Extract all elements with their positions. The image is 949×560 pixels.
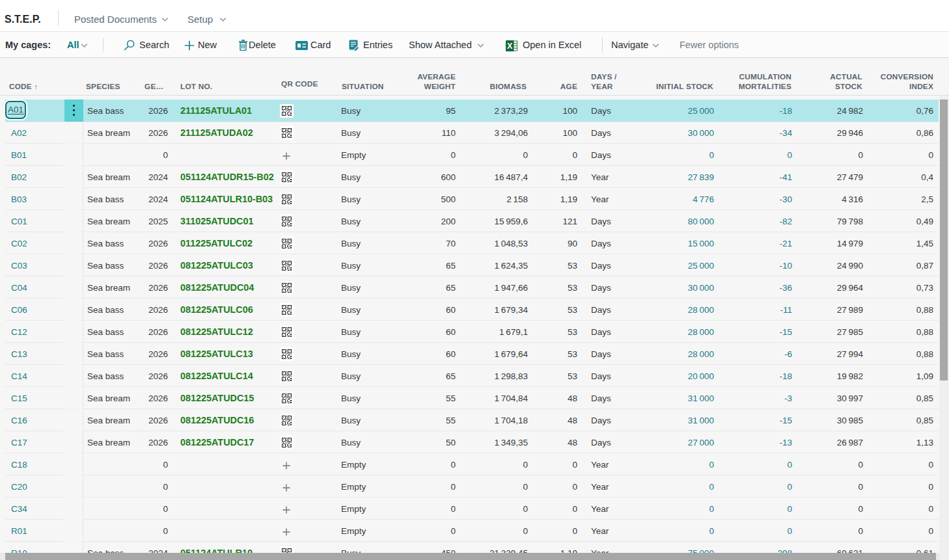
svg-text:X: X bbox=[507, 42, 513, 51]
